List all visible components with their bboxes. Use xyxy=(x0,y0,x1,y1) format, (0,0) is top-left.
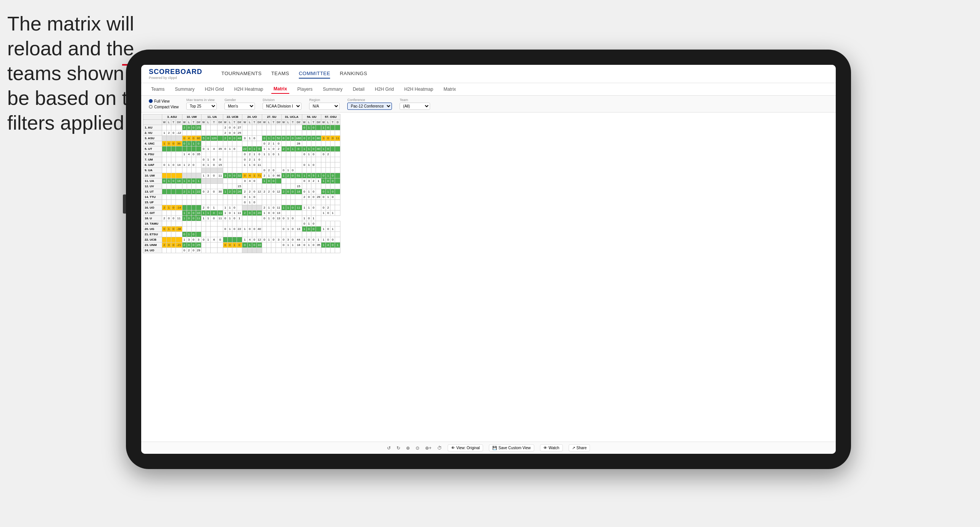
sub-nav-h2h-grid2[interactable]: H2H Grid xyxy=(372,85,396,93)
view-original-button[interactable]: 👁 View: Original xyxy=(448,444,484,451)
sh-ucb-w: W xyxy=(223,120,227,125)
table-row: 23. UNM 200-21 20025 0010 01010 01118 01… xyxy=(143,243,340,248)
filter-division-label: Division xyxy=(263,98,301,102)
sub-nav: Teams Summary H2H Grid H2H Heatmap Matri… xyxy=(141,83,836,96)
table-row: 19. TAMU 010 xyxy=(143,221,340,227)
sub-nav-h2h-heatmap2[interactable]: H2H Heatmap xyxy=(402,85,435,93)
view-options: Full View Compact View xyxy=(149,99,179,109)
full-view-option[interactable]: Full View xyxy=(149,99,179,103)
sub-nav-players[interactable]: Players xyxy=(295,85,315,93)
sh-asu-d: Dif xyxy=(176,120,182,125)
sub-nav-summary2[interactable]: Summary xyxy=(321,85,345,93)
table-row: 15. UF 010 xyxy=(143,200,340,205)
nav-item-teams[interactable]: TEAMS xyxy=(271,69,289,79)
col-header-ucla: 31. UCLA xyxy=(281,114,302,120)
sh-osu-w: W xyxy=(321,120,326,125)
undo-icon[interactable]: ↺ xyxy=(387,445,391,451)
row-label: 14. TTU xyxy=(143,194,162,200)
sh-ua-l: L xyxy=(206,120,210,125)
table-row: 14. TTU 010 20029 010 xyxy=(143,194,340,200)
row-label: 5. UT xyxy=(143,146,162,152)
table-row: 12. UV 15 15 xyxy=(143,184,340,189)
sub-nav-matrix[interactable]: Matrix xyxy=(271,85,289,94)
col-header-asu: 3. ASU xyxy=(162,114,182,120)
filter-gender: Gender Men's xyxy=(224,98,255,110)
row-label: 12. UV xyxy=(143,184,162,189)
col-header-ua: 11. UA xyxy=(201,114,223,120)
refresh-icon[interactable]: ⊕ xyxy=(406,445,410,451)
sh-su-l: L xyxy=(267,120,271,125)
table-row: 20. UG 010-38 01022 10040 01013 100 101 xyxy=(143,227,340,232)
watch-label: Watch xyxy=(549,446,559,450)
table-row: 13. UT 21122 02030 12026 22012 22012 200… xyxy=(143,189,340,194)
nav-item-tournaments[interactable]: TOURNAMENTS xyxy=(221,69,262,79)
col-header-uu: 54. UU xyxy=(302,114,321,120)
row-label: 15. UF xyxy=(143,200,162,205)
filter-conference: Conference Pac-12 Conference xyxy=(347,98,392,110)
table-row: 11. UA 01018 1001 340 100 0321 100 xyxy=(143,178,340,184)
row-label: 16. UO xyxy=(143,205,162,210)
logo-subtitle: Powered by clippd xyxy=(149,76,202,80)
filter-gender-select[interactable]: Men's xyxy=(224,103,255,110)
save-custom-view-button[interactable]: 💾 Save Custom View xyxy=(489,444,534,451)
redo-icon[interactable]: ↻ xyxy=(397,445,400,451)
sub-nav-detail[interactable]: Detail xyxy=(350,85,367,93)
sh-ucla-t: T xyxy=(290,120,295,125)
filter-region-select[interactable]: N/A xyxy=(309,103,340,110)
table-row: 4. UNC 10036 0110 0210 28 xyxy=(143,141,340,146)
sh-su-w: W xyxy=(262,120,267,125)
filter-region-label: Region xyxy=(309,98,340,102)
sh-uw-w: W xyxy=(182,120,187,125)
sub-header-row: WLTDif WLTDif WLTDif WLTDif WLTDif WLTDi… xyxy=(143,120,340,125)
sub-nav-matrix2[interactable]: Matrix xyxy=(441,85,458,93)
nav-item-rankings[interactable]: RANKINGS xyxy=(340,69,367,79)
table-row: 7. UM 0100 0210 xyxy=(143,157,340,162)
share-button[interactable]: ↗ Share xyxy=(569,444,590,451)
row-label: 3. ASU xyxy=(143,136,162,141)
row-label: 21. ETSU xyxy=(143,232,162,237)
filter-gender-label: Gender xyxy=(224,98,255,102)
table-row: 9. UA 020 010 xyxy=(143,168,340,173)
table-row: 18. U 20011 10011 11011 0101 01013 010 1… xyxy=(143,216,340,221)
filter-max-teams-select[interactable]: Top 25 xyxy=(186,103,217,110)
sh-uo-l: L xyxy=(247,120,252,125)
filter-max-teams-label: Max teams in view xyxy=(186,98,217,102)
table-row: 21. ETSU 010 xyxy=(143,232,340,237)
share-label: Share xyxy=(577,446,587,450)
compact-view-option[interactable]: Compact View xyxy=(149,105,179,109)
sub-nav-h2h-grid[interactable]: H2H Grid xyxy=(203,85,226,93)
compact-view-radio xyxy=(149,105,153,109)
sh-ucla-l: L xyxy=(286,120,290,125)
table-row: 22. UCB 1303 0140 14012 0103 03044 1001 … xyxy=(143,237,340,243)
sh-uu-t: T xyxy=(311,120,316,125)
watch-button[interactable]: 👁 Watch xyxy=(540,444,563,451)
sub-nav-summary[interactable]: Summary xyxy=(172,85,197,93)
sh-uu-w: W xyxy=(302,120,306,125)
row-label: 7. UM xyxy=(143,157,162,162)
col-header-su: 27. SU xyxy=(262,114,281,120)
zoom-icon[interactable]: ⊙ xyxy=(416,445,419,451)
sh-osu-l: L xyxy=(326,120,330,125)
row-label: 18. U xyxy=(143,216,162,221)
save-icon: 💾 xyxy=(492,446,497,450)
filter-division-select[interactable]: NCAA Division I xyxy=(263,103,301,110)
sub-nav-h2h-heatmap[interactable]: H2H Heatmap xyxy=(232,85,266,93)
row-label: 10. UW xyxy=(143,173,162,178)
row-label: 1. AU xyxy=(143,125,162,130)
logo-title: SCOREBOARD xyxy=(149,68,202,76)
matrix-table: 3. ASU 10. UW 11. UA 22. UCB 24. UO 27. … xyxy=(143,114,340,253)
nav-item-committee[interactable]: COMMITTEE xyxy=(299,69,330,79)
filter-conference-select[interactable]: Pac-12 Conference xyxy=(347,103,392,110)
save-custom-view-label: Save Custom View xyxy=(498,446,530,450)
zoom-plus-icon[interactable]: ⊕+ xyxy=(425,445,432,451)
row-label: 17. GIT xyxy=(143,210,162,216)
filter-team-select[interactable]: (All) xyxy=(400,103,430,110)
tablet-screen: SCOREBOARD Powered by clippd TOURNAMENTS… xyxy=(141,65,836,454)
sh-ucb-l: L xyxy=(227,120,232,125)
sub-nav-teams[interactable]: Teams xyxy=(149,85,167,93)
filter-region: Region N/A xyxy=(309,98,340,110)
sh-su-d: Dif xyxy=(276,120,281,125)
sh-ucb-t: T xyxy=(232,120,237,125)
matrix-area[interactable]: 3. ASU 10. UW 11. UA 22. UCB 24. UO 27. … xyxy=(141,112,836,442)
timer-icon[interactable]: ⏱ xyxy=(437,445,442,451)
